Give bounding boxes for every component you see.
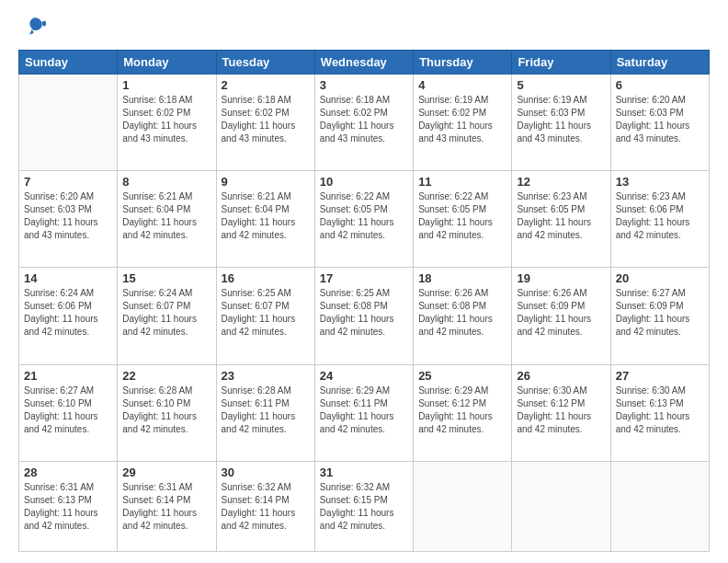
calendar-cell: 10Sunrise: 6:22 AM Sunset: 6:05 PM Dayli… <box>314 171 413 268</box>
cell-info: Sunrise: 6:28 AM Sunset: 6:11 PM Dayligh… <box>222 385 310 436</box>
weekday-header: Thursday <box>414 51 512 75</box>
cell-info: Sunrise: 6:29 AM Sunset: 6:12 PM Dayligh… <box>418 385 506 436</box>
day-number: 12 <box>517 175 605 189</box>
cell-info: Sunrise: 6:19 AM Sunset: 6:03 PM Dayligh… <box>517 94 605 145</box>
page: SundayMondayTuesdayWednesdayThursdayFrid… <box>0 0 728 563</box>
day-number: 19 <box>517 271 605 285</box>
calendar-cell <box>610 461 709 551</box>
calendar-cell: 2Sunrise: 6:18 AM Sunset: 6:02 PM Daylig… <box>216 75 314 171</box>
weekday-header: Saturday <box>610 51 709 75</box>
day-number: 1 <box>122 78 210 92</box>
day-number: 9 <box>222 175 310 189</box>
cell-info: Sunrise: 6:18 AM Sunset: 6:02 PM Dayligh… <box>320 94 408 145</box>
cell-info: Sunrise: 6:20 AM Sunset: 6:03 PM Dayligh… <box>24 190 112 242</box>
day-number: 27 <box>616 369 704 383</box>
cell-info: Sunrise: 6:29 AM Sunset: 6:11 PM Dayligh… <box>320 385 408 436</box>
day-number: 26 <box>517 369 605 383</box>
cell-info: Sunrise: 6:27 AM Sunset: 6:09 PM Dayligh… <box>616 287 704 339</box>
day-number: 24 <box>320 369 408 383</box>
calendar-cell: 6Sunrise: 6:20 AM Sunset: 6:03 PM Daylig… <box>610 75 709 171</box>
header <box>18 15 710 40</box>
calendar-cell: 15Sunrise: 6:24 AM Sunset: 6:07 PM Dayli… <box>118 268 216 364</box>
day-number: 16 <box>222 271 310 285</box>
day-number: 6 <box>616 78 704 92</box>
calendar-cell: 29Sunrise: 6:31 AM Sunset: 6:14 PM Dayli… <box>118 461 216 551</box>
weekday-header: Monday <box>118 51 216 75</box>
day-number: 20 <box>616 271 704 285</box>
cell-info: Sunrise: 6:21 AM Sunset: 6:04 PM Dayligh… <box>222 190 310 242</box>
logo-bird-icon <box>18 15 46 40</box>
logo <box>18 15 50 40</box>
calendar-cell <box>19 75 118 171</box>
weekday-header: Sunday <box>19 51 118 75</box>
calendar-table: SundayMondayTuesdayWednesdayThursdayFrid… <box>18 50 710 552</box>
cell-info: Sunrise: 6:20 AM Sunset: 6:03 PM Dayligh… <box>616 94 704 145</box>
cell-info: Sunrise: 6:23 AM Sunset: 6:06 PM Dayligh… <box>616 190 704 242</box>
calendar-cell: 27Sunrise: 6:30 AM Sunset: 6:13 PM Dayli… <box>610 364 709 461</box>
calendar-cell: 24Sunrise: 6:29 AM Sunset: 6:11 PM Dayli… <box>314 364 413 461</box>
day-number: 8 <box>122 175 210 189</box>
calendar-cell: 16Sunrise: 6:25 AM Sunset: 6:07 PM Dayli… <box>216 268 314 364</box>
cell-info: Sunrise: 6:25 AM Sunset: 6:07 PM Dayligh… <box>222 287 310 339</box>
cell-info: Sunrise: 6:26 AM Sunset: 6:09 PM Dayligh… <box>517 287 605 339</box>
day-number: 23 <box>222 369 310 383</box>
day-number: 5 <box>517 78 605 92</box>
cell-info: Sunrise: 6:24 AM Sunset: 6:07 PM Dayligh… <box>122 287 210 339</box>
cell-info: Sunrise: 6:26 AM Sunset: 6:08 PM Dayligh… <box>418 287 506 339</box>
cell-info: Sunrise: 6:22 AM Sunset: 6:05 PM Dayligh… <box>418 190 506 242</box>
day-number: 7 <box>24 175 112 189</box>
day-number: 17 <box>320 271 408 285</box>
cell-info: Sunrise: 6:32 AM Sunset: 6:14 PM Dayligh… <box>222 481 310 533</box>
calendar-cell: 23Sunrise: 6:28 AM Sunset: 6:11 PM Dayli… <box>216 364 314 461</box>
calendar-cell: 31Sunrise: 6:32 AM Sunset: 6:15 PM Dayli… <box>314 461 413 551</box>
cell-info: Sunrise: 6:24 AM Sunset: 6:06 PM Dayligh… <box>24 287 112 339</box>
weekday-header: Friday <box>512 51 610 75</box>
weekday-header: Tuesday <box>216 51 314 75</box>
cell-info: Sunrise: 6:30 AM Sunset: 6:12 PM Dayligh… <box>517 385 605 436</box>
cell-info: Sunrise: 6:27 AM Sunset: 6:10 PM Dayligh… <box>24 385 112 436</box>
day-number: 3 <box>320 78 408 92</box>
calendar-cell: 18Sunrise: 6:26 AM Sunset: 6:08 PM Dayli… <box>414 268 512 364</box>
cell-info: Sunrise: 6:23 AM Sunset: 6:05 PM Dayligh… <box>517 190 605 242</box>
calendar-cell: 5Sunrise: 6:19 AM Sunset: 6:03 PM Daylig… <box>512 75 610 171</box>
day-number: 2 <box>222 78 310 92</box>
cell-info: Sunrise: 6:19 AM Sunset: 6:02 PM Dayligh… <box>418 94 506 145</box>
calendar-cell: 13Sunrise: 6:23 AM Sunset: 6:06 PM Dayli… <box>610 171 709 268</box>
day-number: 10 <box>320 175 408 189</box>
calendar-cell: 11Sunrise: 6:22 AM Sunset: 6:05 PM Dayli… <box>414 171 512 268</box>
day-number: 31 <box>320 465 408 479</box>
cell-info: Sunrise: 6:32 AM Sunset: 6:15 PM Dayligh… <box>320 481 408 533</box>
calendar-cell: 12Sunrise: 6:23 AM Sunset: 6:05 PM Dayli… <box>512 171 610 268</box>
cell-info: Sunrise: 6:28 AM Sunset: 6:10 PM Dayligh… <box>122 385 210 436</box>
calendar-cell: 19Sunrise: 6:26 AM Sunset: 6:09 PM Dayli… <box>512 268 610 364</box>
day-number: 15 <box>122 271 210 285</box>
calendar-cell: 1Sunrise: 6:18 AM Sunset: 6:02 PM Daylig… <box>118 75 216 171</box>
day-number: 30 <box>222 465 310 479</box>
calendar-cell: 4Sunrise: 6:19 AM Sunset: 6:02 PM Daylig… <box>414 75 512 171</box>
calendar-cell: 26Sunrise: 6:30 AM Sunset: 6:12 PM Dayli… <box>512 364 610 461</box>
cell-info: Sunrise: 6:31 AM Sunset: 6:13 PM Dayligh… <box>24 481 112 533</box>
day-number: 22 <box>122 369 210 383</box>
calendar-cell: 8Sunrise: 6:21 AM Sunset: 6:04 PM Daylig… <box>118 171 216 268</box>
day-number: 13 <box>616 175 704 189</box>
cell-info: Sunrise: 6:18 AM Sunset: 6:02 PM Dayligh… <box>122 94 210 145</box>
day-number: 28 <box>24 465 112 479</box>
cell-info: Sunrise: 6:22 AM Sunset: 6:05 PM Dayligh… <box>320 190 408 242</box>
calendar-cell: 9Sunrise: 6:21 AM Sunset: 6:04 PM Daylig… <box>216 171 314 268</box>
cell-info: Sunrise: 6:18 AM Sunset: 6:02 PM Dayligh… <box>222 94 310 145</box>
day-number: 21 <box>24 369 112 383</box>
cell-info: Sunrise: 6:31 AM Sunset: 6:14 PM Dayligh… <box>122 481 210 533</box>
calendar-cell: 17Sunrise: 6:25 AM Sunset: 6:08 PM Dayli… <box>314 268 413 364</box>
calendar-cell: 3Sunrise: 6:18 AM Sunset: 6:02 PM Daylig… <box>314 75 413 171</box>
day-number: 29 <box>122 465 210 479</box>
cell-info: Sunrise: 6:25 AM Sunset: 6:08 PM Dayligh… <box>320 287 408 339</box>
day-number: 18 <box>418 271 506 285</box>
day-number: 4 <box>418 78 506 92</box>
cell-info: Sunrise: 6:21 AM Sunset: 6:04 PM Dayligh… <box>122 190 210 242</box>
calendar-cell: 25Sunrise: 6:29 AM Sunset: 6:12 PM Dayli… <box>414 364 512 461</box>
calendar-cell: 22Sunrise: 6:28 AM Sunset: 6:10 PM Dayli… <box>118 364 216 461</box>
day-number: 11 <box>418 175 506 189</box>
calendar-cell: 30Sunrise: 6:32 AM Sunset: 6:14 PM Dayli… <box>216 461 314 551</box>
calendar-cell: 14Sunrise: 6:24 AM Sunset: 6:06 PM Dayli… <box>19 268 118 364</box>
calendar-cell: 21Sunrise: 6:27 AM Sunset: 6:10 PM Dayli… <box>19 364 118 461</box>
